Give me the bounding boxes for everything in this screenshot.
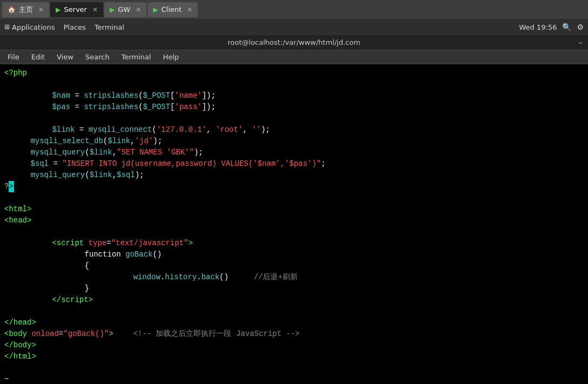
code-line-blank4 [4, 226, 584, 238]
places-menu[interactable]: Places [63, 23, 85, 31]
applications-label: Applications [12, 23, 55, 31]
places-label: Places [63, 23, 85, 31]
code-line-link: $link = mysqli_connect('127.0.0.1', 'roo… [4, 124, 584, 136]
menu-view[interactable]: View [51, 52, 79, 62]
terminal-label: Terminal [95, 23, 124, 31]
code-line-selectdb: mysqli_select_db($link,'jd'); [4, 136, 584, 147]
code-line-pas: $pas = stripslashes($_POST['pass']); [4, 102, 584, 113]
code-line-blank3 [4, 192, 584, 204]
tab-client-close[interactable]: ✕ [187, 6, 192, 14]
code-line-query-sql: mysqli_query($link,$sql); [4, 170, 584, 181]
gw-icon: ▶ [110, 6, 115, 14]
code-line-blank6 [4, 362, 584, 374]
window-title: root@localhost:/var/www/html/jd.com [228, 38, 360, 46]
code-line-blank2 [4, 113, 584, 124]
code-line-close-brace: } [4, 283, 584, 294]
code-line-open-brace: { [4, 260, 584, 272]
menu-edit[interactable]: Edit [26, 52, 50, 62]
menu-help[interactable]: Help [157, 52, 184, 62]
code-line-head: <head> [4, 215, 584, 226]
code-line-phpclose: ?> [4, 181, 584, 192]
clock: Wed 19:56 [519, 23, 557, 31]
applications-menu[interactable]: ⊞ Applications [4, 23, 55, 31]
code-line-head-close: </head> [4, 317, 584, 328]
applications-grid-icon: ⊞ [4, 23, 10, 31]
code-line-nam: $nam = stripslashes($_POST['name']); [4, 90, 584, 102]
code-line-func-goback: function goBack() [4, 249, 584, 260]
code-line-body-close: </body> [4, 340, 584, 351]
code-line-1: <?php [4, 68, 584, 79]
system-bar-left: ⊞ Applications Places Terminal [4, 23, 124, 31]
tab-bar: 🏠 主页 ✕ ▶ Server ✕ ▶ GW ✕ ▶ Client ✕ [0, 0, 588, 19]
system-bar: ⊞ Applications Places Terminal Wed 19:56… [0, 19, 588, 35]
menu-search[interactable]: Search [80, 52, 115, 62]
settings-icon[interactable]: ⚙ [577, 23, 584, 31]
tab-server-label: Server [64, 5, 87, 14]
code-line-blank1 [4, 79, 584, 90]
client-icon: ▶ [153, 6, 158, 14]
code-line-sql: $sql = "INSERT INTO jd(username,password… [4, 158, 584, 170]
code-line-script-open: <script type="text/javascript"> [4, 238, 584, 249]
terminal-menu[interactable]: Terminal [95, 23, 124, 31]
tab-server[interactable]: ▶ Server ✕ [50, 2, 103, 17]
terminal-content[interactable]: <?php $nam = stripslashes($_POST['name']… [0, 64, 588, 384]
code-line-body-open: <body onload="goBack()"> <!-- 加载之后立即执行一段… [4, 328, 584, 340]
tab-server-close[interactable]: ✕ [92, 6, 98, 14]
menu-bar: File Edit View Search Terminal Help [0, 50, 588, 64]
tab-client[interactable]: ▶ Client ✕ [148, 2, 198, 17]
tab-gw-label: GW [118, 5, 130, 14]
system-bar-right: Wed 19:56 🔍 ⚙ [519, 23, 584, 31]
tab-home[interactable]: 🏠 主页 ✕ [2, 2, 49, 17]
server-icon: ▶ [56, 6, 61, 14]
window-minimize[interactable]: – [578, 37, 583, 48]
search-icon[interactable]: 🔍 [562, 23, 571, 31]
code-line-blank5 [4, 306, 584, 317]
code-line-html-close: </html> [4, 351, 584, 362]
menu-file[interactable]: File [2, 52, 25, 62]
title-bar: root@localhost:/var/www/html/jd.com – [0, 35, 588, 50]
code-line-setnames: mysqli_query($link,"SET NAMES 'GBK'"); [4, 147, 584, 158]
menu-terminal[interactable]: Terminal [116, 52, 156, 62]
tab-gw[interactable]: ▶ GW ✕ [104, 2, 146, 17]
code-line-prompt: ~ [4, 374, 584, 384]
tab-gw-close[interactable]: ✕ [136, 6, 141, 14]
code-line-script-close: </script> [4, 294, 584, 306]
tab-home-close[interactable]: ✕ [38, 6, 44, 14]
tab-client-label: Client [161, 5, 182, 14]
tab-home-label: 主页 [19, 5, 33, 15]
code-line-history-back: window.history.back() //后退+刷新 [4, 272, 584, 283]
code-line-html: <html> [4, 204, 584, 215]
home-icon: 🏠 [8, 6, 16, 14]
